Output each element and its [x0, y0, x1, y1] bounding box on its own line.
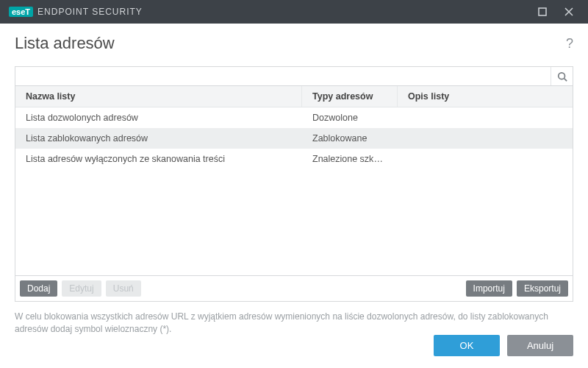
- add-button[interactable]: Dodaj: [20, 280, 57, 297]
- search-input[interactable]: [15, 67, 551, 85]
- table-header: Nazwa listy Typy adresów Opis listy: [15, 86, 573, 107]
- help-button[interactable]: ?: [566, 36, 573, 52]
- window-maximize-button[interactable]: [532, 1, 553, 22]
- cell-desc: [398, 128, 573, 149]
- import-button[interactable]: Importuj: [466, 280, 512, 297]
- svg-point-1: [558, 72, 564, 79]
- cell-name: Lista dozwolonych adresów: [15, 107, 302, 128]
- search-bar: [15, 66, 573, 86]
- close-icon: [564, 7, 573, 16]
- address-list-table: Nazwa listy Typy adresów Opis listy List…: [15, 86, 573, 276]
- table-body: Lista dozwolonych adresówDozwoloneLista …: [15, 107, 573, 275]
- table-actions: Dodaj Edytuj Usuń Importuj Eksportuj: [15, 276, 573, 302]
- brand-logo: eseT ENDPOINT SECURITY: [9, 7, 143, 17]
- cell-type: Znalezione szkodliwe opr...: [302, 149, 398, 169]
- page-title: Lista adresów: [15, 34, 115, 53]
- export-button[interactable]: Eksportuj: [517, 280, 568, 297]
- table-row[interactable]: Lista adresów wyłączonych ze skanowania …: [15, 149, 573, 169]
- search-button[interactable]: [551, 67, 573, 85]
- cell-type: Zablokowane: [302, 128, 398, 149]
- table-row[interactable]: Lista zablokowanych adresówZablokowane: [15, 128, 573, 149]
- help-icon: ?: [566, 36, 573, 51]
- ok-button[interactable]: OK: [434, 335, 500, 356]
- table-row[interactable]: Lista dozwolonych adresówDozwolone: [15, 107, 573, 128]
- brand-badge: eseT: [9, 7, 33, 17]
- maximize-icon: [538, 7, 547, 16]
- column-header-name[interactable]: Nazwa listy: [15, 86, 302, 107]
- delete-button: Usuń: [106, 280, 141, 297]
- search-icon: [557, 71, 567, 82]
- cell-type: Dozwolone: [302, 107, 398, 128]
- window-close-button[interactable]: [559, 1, 579, 22]
- column-header-desc[interactable]: Opis listy: [398, 86, 573, 107]
- cell-name: Lista adresów wyłączonych ze skanowania …: [15, 149, 302, 169]
- column-header-type[interactable]: Typy adresów: [302, 86, 398, 107]
- header: Lista adresów ?: [0, 24, 588, 66]
- svg-rect-0: [539, 8, 546, 15]
- cell-desc: [398, 149, 573, 169]
- cell-name: Lista zablokowanych adresów: [15, 128, 302, 149]
- cancel-button[interactable]: Anuluj: [507, 335, 573, 356]
- edit-button: Edytuj: [62, 280, 101, 297]
- dialog-footer: OK Anuluj: [0, 325, 588, 368]
- cell-desc: [398, 107, 573, 128]
- brand-product: ENDPOINT SECURITY: [37, 7, 143, 17]
- titlebar: eseT ENDPOINT SECURITY: [0, 0, 588, 24]
